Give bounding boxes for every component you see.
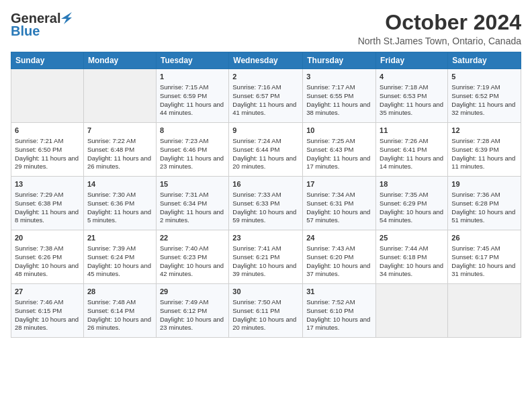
weekday-header-saturday: Saturday bbox=[448, 52, 521, 69]
day-number: 17 bbox=[306, 179, 372, 189]
sunset-text: Sunset: 6:10 PM bbox=[306, 307, 353, 314]
calendar-cell bbox=[83, 69, 156, 123]
daylight-text: Daylight: 10 hours and 57 minutes. bbox=[306, 208, 370, 224]
weekday-header-tuesday: Tuesday bbox=[156, 52, 228, 69]
sunset-text: Sunset: 6:38 PM bbox=[15, 199, 62, 207]
daylight-text: Daylight: 11 hours and 11 minutes. bbox=[451, 154, 515, 171]
calendar-cell: 5Sunrise: 7:19 AMSunset: 6:52 PMDaylight… bbox=[448, 69, 521, 123]
sunset-text: Sunset: 6:41 PM bbox=[380, 146, 427, 153]
daylight-text: Daylight: 10 hours and 28 minutes. bbox=[15, 316, 79, 332]
calendar-cell: 18Sunrise: 7:35 AMSunset: 6:29 PMDayligh… bbox=[376, 177, 448, 230]
sunset-text: Sunset: 6:11 PM bbox=[232, 307, 279, 314]
weekday-header-friday: Friday bbox=[376, 52, 448, 69]
daylight-text: Daylight: 11 hours and 29 minutes. bbox=[15, 154, 79, 171]
day-number: 11 bbox=[380, 126, 444, 136]
sunrise-text: Sunrise: 7:43 AM bbox=[306, 244, 355, 252]
sunrise-text: Sunrise: 7:46 AM bbox=[15, 298, 63, 306]
sunrise-text: Sunrise: 7:16 AM bbox=[232, 83, 281, 91]
sunset-text: Sunset: 6:24 PM bbox=[87, 253, 134, 261]
calendar-cell: 3Sunrise: 7:17 AMSunset: 6:55 PMDaylight… bbox=[303, 69, 376, 123]
sunset-text: Sunset: 6:26 PM bbox=[15, 253, 62, 261]
day-number: 6 bbox=[15, 126, 80, 136]
day-number: 26 bbox=[451, 233, 517, 243]
daylight-text: Daylight: 11 hours and 5 minutes. bbox=[87, 208, 151, 224]
sunrise-text: Sunrise: 7:26 AM bbox=[380, 137, 428, 144]
day-number: 18 bbox=[380, 179, 444, 189]
logo-bird-icon bbox=[61, 12, 72, 26]
sunset-text: Sunset: 6:55 PM bbox=[306, 92, 353, 99]
calendar-cell: 4Sunrise: 7:18 AMSunset: 6:53 PMDaylight… bbox=[376, 69, 448, 123]
sunset-text: Sunset: 6:15 PM bbox=[15, 307, 62, 314]
calendar-week-4: 20Sunrise: 7:38 AMSunset: 6:26 PMDayligh… bbox=[11, 230, 521, 284]
daylight-text: Daylight: 10 hours and 39 minutes. bbox=[232, 262, 296, 278]
daylight-text: Daylight: 11 hours and 38 minutes. bbox=[306, 101, 370, 117]
sunrise-text: Sunrise: 7:44 AM bbox=[380, 244, 428, 252]
day-number: 31 bbox=[306, 287, 372, 297]
sunrise-text: Sunrise: 7:34 AM bbox=[306, 191, 355, 198]
sunrise-text: Sunrise: 7:52 AM bbox=[306, 298, 355, 306]
sunset-text: Sunset: 6:23 PM bbox=[160, 253, 207, 261]
sunset-text: Sunset: 6:53 PM bbox=[380, 92, 427, 99]
calendar-cell: 31Sunrise: 7:52 AMSunset: 6:10 PMDayligh… bbox=[303, 284, 376, 338]
sunset-text: Sunset: 6:52 PM bbox=[451, 92, 498, 99]
sunrise-text: Sunrise: 7:35 AM bbox=[380, 191, 428, 198]
daylight-text: Daylight: 11 hours and 20 minutes. bbox=[232, 154, 296, 171]
calendar-cell: 25Sunrise: 7:44 AMSunset: 6:18 PMDayligh… bbox=[376, 230, 448, 284]
sunrise-text: Sunrise: 7:15 AM bbox=[160, 83, 208, 91]
sunset-text: Sunset: 6:43 PM bbox=[306, 146, 353, 153]
daylight-text: Daylight: 10 hours and 20 minutes. bbox=[232, 316, 296, 332]
day-number: 19 bbox=[451, 179, 517, 189]
calendar-cell: 21Sunrise: 7:39 AMSunset: 6:24 PMDayligh… bbox=[83, 230, 156, 284]
daylight-text: Daylight: 10 hours and 59 minutes. bbox=[232, 208, 296, 224]
day-number: 30 bbox=[232, 287, 299, 297]
day-number: 29 bbox=[160, 287, 225, 297]
day-number: 7 bbox=[87, 126, 152, 136]
calendar-week-5: 27Sunrise: 7:46 AMSunset: 6:15 PMDayligh… bbox=[11, 284, 521, 338]
sunrise-text: Sunrise: 7:31 AM bbox=[160, 191, 208, 198]
weekday-header-thursday: Thursday bbox=[303, 52, 376, 69]
calendar-cell bbox=[376, 284, 448, 338]
title-section: October 2024 North St.James Town, Ontari… bbox=[358, 11, 521, 46]
calendar-cell: 15Sunrise: 7:31 AMSunset: 6:34 PMDayligh… bbox=[156, 177, 228, 230]
sunset-text: Sunset: 6:20 PM bbox=[306, 253, 353, 261]
sunset-text: Sunset: 6:12 PM bbox=[160, 307, 207, 314]
day-number: 5 bbox=[451, 72, 517, 82]
calendar-cell: 26Sunrise: 7:45 AMSunset: 6:17 PMDayligh… bbox=[448, 230, 521, 284]
sunrise-text: Sunrise: 7:39 AM bbox=[87, 244, 136, 252]
sunset-text: Sunset: 6:36 PM bbox=[87, 199, 134, 207]
sunset-text: Sunset: 6:17 PM bbox=[451, 253, 498, 261]
calendar-table: SundayMondayTuesdayWednesdayThursdayFrid… bbox=[11, 52, 521, 338]
sunset-text: Sunset: 6:14 PM bbox=[87, 307, 134, 314]
day-number: 4 bbox=[380, 72, 444, 82]
sunset-text: Sunset: 6:31 PM bbox=[306, 199, 353, 207]
calendar-cell: 23Sunrise: 7:41 AMSunset: 6:21 PMDayligh… bbox=[229, 230, 303, 284]
sunrise-text: Sunrise: 7:50 AM bbox=[232, 298, 281, 306]
calendar-cell: 27Sunrise: 7:46 AMSunset: 6:15 PMDayligh… bbox=[11, 284, 84, 338]
calendar-cell: 30Sunrise: 7:50 AMSunset: 6:11 PMDayligh… bbox=[229, 284, 303, 338]
calendar-cell: 22Sunrise: 7:40 AMSunset: 6:23 PMDayligh… bbox=[156, 230, 228, 284]
sunrise-text: Sunrise: 7:48 AM bbox=[87, 298, 136, 306]
calendar-cell: 16Sunrise: 7:33 AMSunset: 6:33 PMDayligh… bbox=[229, 177, 303, 230]
calendar-cell: 29Sunrise: 7:49 AMSunset: 6:12 PMDayligh… bbox=[156, 284, 228, 338]
sunrise-text: Sunrise: 7:17 AM bbox=[306, 83, 355, 91]
sunrise-text: Sunrise: 7:38 AM bbox=[15, 244, 63, 252]
day-number: 8 bbox=[160, 126, 225, 136]
calendar-cell bbox=[448, 284, 521, 338]
header: General Blue October 2024 North St.James… bbox=[11, 11, 521, 46]
day-number: 14 bbox=[87, 179, 152, 189]
day-number: 10 bbox=[306, 126, 372, 136]
day-number: 16 bbox=[232, 179, 299, 189]
sunrise-text: Sunrise: 7:24 AM bbox=[232, 137, 281, 144]
day-number: 23 bbox=[232, 233, 299, 243]
calendar-cell: 10Sunrise: 7:25 AMSunset: 6:43 PMDayligh… bbox=[303, 123, 376, 177]
calendar-cell: 6Sunrise: 7:21 AMSunset: 6:50 PMDaylight… bbox=[11, 123, 84, 177]
calendar-cell: 19Sunrise: 7:36 AMSunset: 6:28 PMDayligh… bbox=[448, 177, 521, 230]
day-number: 12 bbox=[451, 126, 517, 136]
sunset-text: Sunset: 6:59 PM bbox=[160, 92, 207, 99]
sunrise-text: Sunrise: 7:22 AM bbox=[87, 137, 136, 144]
daylight-text: Daylight: 10 hours and 31 minutes. bbox=[451, 262, 515, 278]
daylight-text: Daylight: 10 hours and 45 minutes. bbox=[87, 262, 151, 278]
daylight-text: Daylight: 11 hours and 26 minutes. bbox=[87, 154, 151, 171]
logo-blue-text: Blue bbox=[11, 24, 40, 39]
sunset-text: Sunset: 6:44 PM bbox=[232, 146, 279, 153]
